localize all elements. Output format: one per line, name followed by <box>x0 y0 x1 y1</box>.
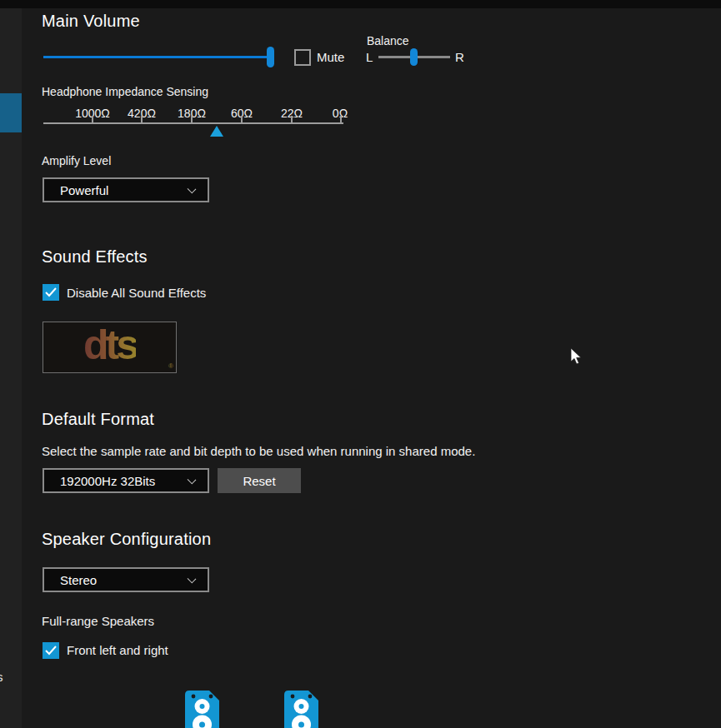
speaker-configuration-dropdown[interactable]: Stereo <box>43 567 209 592</box>
impedance-tick <box>241 116 243 122</box>
balance-right-label: R <box>455 50 464 64</box>
default-format-dropdown[interactable]: 192000Hz 32Bits <box>43 468 209 493</box>
impedance-pointer-icon <box>210 126 223 137</box>
chevron-down-icon <box>188 185 197 194</box>
main-volume-title: Main Volume <box>42 12 140 31</box>
amplify-level-dropdown[interactable]: Powerful <box>43 177 209 202</box>
speaker-right-icon[interactable] <box>284 691 318 728</box>
impedance-tick <box>141 116 143 122</box>
mute-label: Mute <box>317 50 344 64</box>
balance-label: Balance <box>367 34 409 47</box>
front-left-right-checkbox[interactable] <box>43 642 59 659</box>
impedance-scale-line <box>43 122 343 124</box>
mouse-cursor-icon <box>570 347 582 366</box>
balance-slider-handle[interactable] <box>410 48 418 66</box>
registered-mark-icon: ® <box>168 362 173 370</box>
volume-slider-handle[interactable] <box>267 47 274 67</box>
sidebar-rail: s <box>0 8 22 728</box>
dts-logo: dts ® <box>43 322 177 373</box>
mute-checkbox[interactable] <box>294 49 311 66</box>
chevron-down-icon <box>188 575 197 584</box>
volume-slider-track[interactable] <box>43 56 273 58</box>
default-format-title: Default Format <box>42 410 154 429</box>
speaker-left-icon[interactable] <box>185 691 219 728</box>
sidebar-item-partial[interactable]: s <box>0 670 3 684</box>
impedance-tick <box>191 116 193 122</box>
amplify-level-value: Powerful <box>60 183 108 197</box>
impedance-tick <box>340 116 342 122</box>
full-range-speakers-label: Full-range Speakers <box>42 614 154 628</box>
impedance-tick <box>291 116 293 122</box>
default-format-description: Select the sample rate and bit depth to … <box>42 444 475 458</box>
front-left-right-label: Front left and right <box>67 643 168 657</box>
checkmark-icon <box>45 287 57 297</box>
top-window-strip <box>0 0 721 8</box>
speaker-configuration-value: Stereo <box>60 573 97 587</box>
disable-sound-effects-label: Disable All Sound Effects <box>67 286 206 300</box>
balance-left-label: L <box>366 50 373 64</box>
disable-sound-effects-checkbox[interactable] <box>43 284 59 301</box>
impedance-tick <box>92 116 93 122</box>
reset-button[interactable]: Reset <box>218 468 301 493</box>
audio-console-panel: s Main Volume Mute Balance L R Headphone… <box>0 0 721 728</box>
speaker-configuration-title: Speaker Configuration <box>42 530 211 549</box>
impedance-scale: 1000Ω 420Ω 180Ω 60Ω 22Ω 0Ω <box>42 107 350 140</box>
chevron-down-icon <box>188 476 197 485</box>
impedance-label: Headphone Impedance Sensing <box>42 85 208 98</box>
amplify-level-label: Amplify Level <box>42 154 111 167</box>
sidebar-selected-indicator <box>0 93 22 132</box>
default-format-value: 192000Hz 32Bits <box>60 474 155 488</box>
checkmark-icon <box>45 646 57 656</box>
sound-effects-title: Sound Effects <box>42 247 148 267</box>
dts-logo-text: dts <box>83 324 136 366</box>
